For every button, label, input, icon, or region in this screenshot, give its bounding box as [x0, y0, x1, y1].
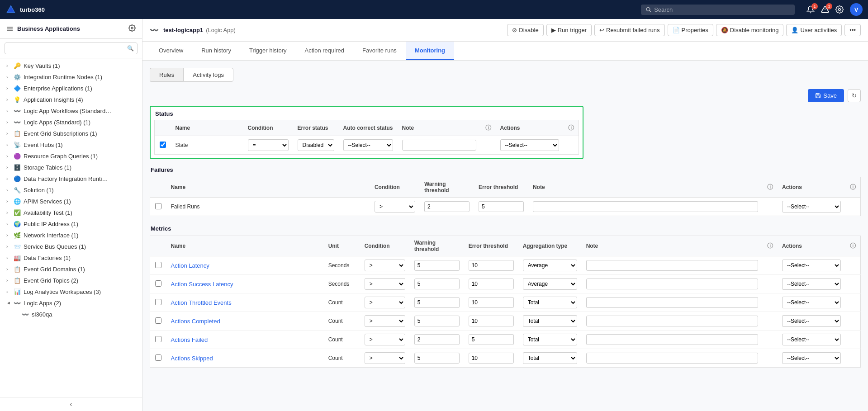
metrics-row-aggregation-0[interactable]: AverageTotalMinimumMaximumCount — [518, 256, 582, 275]
search-bar[interactable] — [641, 5, 795, 15]
metrics-name-link-0[interactable]: Action Latency — [171, 262, 209, 269]
user-activities-button[interactable]: 👤 User activities — [786, 24, 842, 36]
metrics-row-aggregation-4[interactable]: AverageTotalMinimumMaximumCount — [518, 331, 582, 349]
tab-action-required[interactable]: Action required — [296, 42, 353, 60]
metrics-error-input-3[interactable] — [469, 316, 514, 326]
metrics-checkbox-1[interactable] — [155, 280, 161, 287]
metrics-error-input-5[interactable] — [469, 353, 514, 364]
sidebar-item-solution[interactable]: › 🔧 Solution (1) — [0, 184, 142, 196]
metrics-aggregation-select-3[interactable]: AverageTotalMinimumMaximumCount — [523, 315, 577, 327]
failures-condition-select-0[interactable]: ><=>=<= — [375, 201, 415, 213]
metrics-row-aggregation-3[interactable]: AverageTotalMinimumMaximumCount — [518, 312, 582, 331]
sub-tab-rules[interactable]: Rules — [150, 68, 183, 82]
notifications-bell-button[interactable]: 1 — [806, 5, 815, 14]
metrics-checkbox-5[interactable] — [155, 354, 161, 361]
metrics-row-warning-1[interactable] — [410, 275, 464, 293]
metrics-row-actions-1[interactable]: --Select-- — [778, 275, 845, 293]
failures-row-actions-0[interactable]: --Select-- — [778, 198, 845, 216]
metrics-warning-input-5[interactable] — [414, 353, 460, 364]
sidebar-item-network-interface[interactable]: › 🌿 Network Interface (1) — [0, 230, 142, 241]
metrics-row-warning-4[interactable] — [410, 331, 464, 349]
status-error-status-select-0[interactable]: DisabledWarningError — [298, 139, 334, 151]
sidebar-collapse-button[interactable]: ‹ — [0, 397, 142, 411]
sidebar-item-logic-apps-child[interactable]: 〰️ sl360qa — [0, 309, 142, 320]
sidebar-item-enterprise-apps[interactable]: › 🔷 Enterprise Applications (1) — [0, 83, 142, 94]
metrics-row-aggregation-1[interactable]: AverageTotalMinimumMaximumCount — [518, 275, 582, 293]
metrics-warning-input-3[interactable] — [414, 316, 460, 326]
metrics-row-error-3[interactable] — [464, 312, 518, 331]
metrics-actions-select-3[interactable]: --Select-- — [782, 315, 841, 327]
metrics-row-check-0[interactable] — [150, 256, 166, 275]
metrics-warning-input-0[interactable] — [414, 260, 460, 271]
metrics-condition-select-5[interactable]: ><=>=<= — [365, 352, 405, 364]
tab-trigger-history[interactable]: Trigger history — [240, 42, 296, 60]
failures-row-warning-0[interactable] — [420, 198, 474, 216]
metrics-row-condition-1[interactable]: ><=>=<= — [360, 275, 410, 293]
metrics-aggregation-select-5[interactable]: AverageTotalMinimumMaximumCount — [523, 352, 577, 364]
sidebar-item-availability-test[interactable]: › ✅ Availability Test (1) — [0, 207, 142, 218]
metrics-actions-select-4[interactable]: --Select-- — [782, 334, 841, 345]
failures-row-note-0[interactable] — [528, 198, 763, 216]
metrics-row-aggregation-2[interactable]: AverageTotalMinimumMaximumCount — [518, 293, 582, 312]
status-note-input-0[interactable] — [402, 140, 476, 151]
metrics-row-condition-0[interactable]: ><=>=<= — [360, 256, 410, 275]
sidebar-item-key-vaults[interactable]: › 🔑 Key Vaults (1) — [0, 60, 142, 71]
metrics-row-error-2[interactable] — [464, 293, 518, 312]
metrics-name-link-5[interactable]: Actions Skipped — [171, 355, 213, 362]
metrics-condition-select-4[interactable]: ><=>=<= — [365, 334, 405, 345]
tab-run-history[interactable]: Run history — [192, 42, 240, 60]
metrics-checkbox-3[interactable] — [155, 317, 161, 324]
sidebar-search-input[interactable] — [5, 43, 138, 54]
metrics-row-warning-5[interactable] — [410, 349, 464, 368]
sidebar-item-apim-services[interactable]: › 🌐 APIM Services (1) — [0, 196, 142, 207]
status-condition-select-0[interactable]: ><=>=<= — [248, 139, 289, 151]
metrics-row-actions-0[interactable]: --Select-- — [778, 256, 845, 275]
metrics-row-note-4[interactable] — [582, 331, 763, 349]
metrics-note-info-icon[interactable]: ⓘ — [767, 242, 773, 249]
metrics-row-condition-4[interactable]: ><=>=<= — [360, 331, 410, 349]
metrics-note-input-1[interactable] — [586, 279, 758, 289]
sidebar-item-resource-graph[interactable]: › 🟣 Resource Graph Queries (1) — [0, 151, 142, 162]
metrics-row-note-0[interactable] — [582, 256, 763, 275]
metrics-row-check-4[interactable] — [150, 331, 166, 349]
sidebar-settings-button[interactable] — [128, 24, 136, 33]
metrics-actions-select-1[interactable]: --Select-- — [782, 278, 841, 290]
metrics-row-note-3[interactable] — [582, 312, 763, 331]
metrics-note-input-4[interactable] — [586, 334, 758, 345]
failures-actions-select-0[interactable]: --Select-- — [782, 201, 841, 213]
metrics-name-link-3[interactable]: Actions Completed — [171, 318, 220, 325]
metrics-row-actions-3[interactable]: --Select-- — [778, 312, 845, 331]
failures-note-info-icon[interactable]: ⓘ — [767, 184, 773, 190]
metrics-row-check-1[interactable] — [150, 275, 166, 293]
tab-monitoring[interactable]: Monitoring — [406, 42, 454, 60]
failures-checkbox-0[interactable] — [155, 203, 161, 209]
search-input[interactable] — [654, 6, 790, 13]
metrics-actions-select-2[interactable]: --Select-- — [782, 297, 841, 308]
metrics-condition-select-2[interactable]: ><=>=<= — [365, 297, 405, 308]
sub-tab-activity-logs[interactable]: Activity logs — [183, 68, 233, 82]
tab-overview[interactable]: Overview — [150, 42, 192, 60]
metrics-warning-input-1[interactable] — [414, 279, 460, 289]
status-checkbox-0[interactable] — [160, 142, 166, 148]
metrics-row-actions-5[interactable]: --Select-- — [778, 349, 845, 368]
status-row-auto-correct-0[interactable]: --Select--YesNo — [339, 136, 398, 155]
status-auto-correct-select-0[interactable]: --Select--YesNo — [343, 139, 393, 151]
metrics-actions-select-5[interactable]: --Select-- — [782, 352, 841, 364]
properties-button[interactable]: 📄 Properties — [668, 24, 713, 36]
metrics-note-input-3[interactable] — [586, 316, 758, 326]
save-button[interactable]: Save — [808, 89, 844, 102]
metrics-row-error-0[interactable] — [464, 256, 518, 275]
sidebar-item-data-factories[interactable]: › 🏭 Data Factories (1) — [0, 252, 142, 264]
resubmit-button[interactable]: ↩ Resubmit failed runs — [594, 24, 665, 36]
metrics-checkbox-2[interactable] — [155, 299, 161, 305]
metrics-error-input-0[interactable] — [469, 260, 514, 271]
more-options-button[interactable]: ••• — [844, 24, 861, 36]
status-actions-info-icon[interactable]: ⓘ — [568, 124, 574, 131]
status-row-actions-0[interactable]: --Select-- — [496, 136, 564, 155]
failures-warning-input-0[interactable] — [424, 201, 470, 212]
user-avatar[interactable]: V — [850, 3, 863, 16]
failures-row-condition-0[interactable]: ><=>=<= — [370, 198, 420, 216]
metrics-error-input-1[interactable] — [469, 279, 514, 289]
metrics-row-aggregation-5[interactable]: AverageTotalMinimumMaximumCount — [518, 349, 582, 368]
metrics-aggregation-select-1[interactable]: AverageTotalMinimumMaximumCount — [523, 278, 577, 290]
